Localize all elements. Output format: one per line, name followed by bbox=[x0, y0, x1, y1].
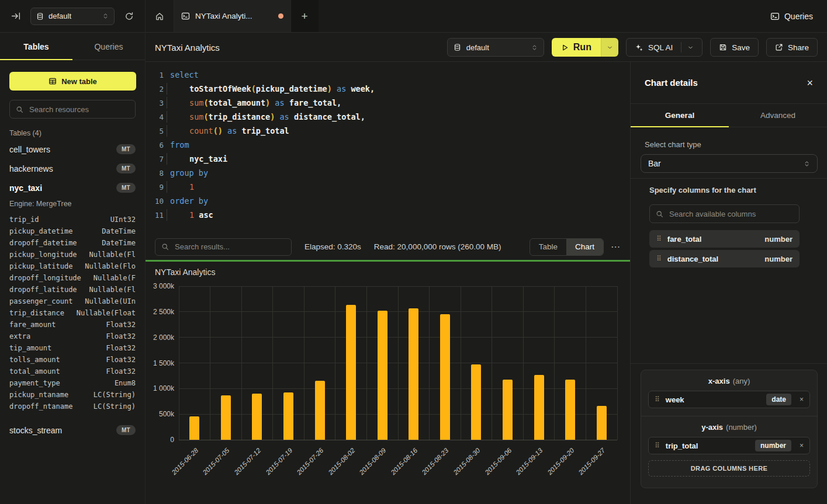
sidebar-tab-tables[interactable]: Tables bbox=[0, 33, 72, 60]
chart-type-select[interactable]: Bar bbox=[641, 154, 818, 173]
editor-line[interactable]: 1select bbox=[146, 68, 630, 82]
toggle-table[interactable]: Table bbox=[530, 239, 566, 255]
chart-bar[interactable] bbox=[283, 392, 293, 440]
chart-bar[interactable] bbox=[315, 381, 325, 440]
chart-bar[interactable] bbox=[221, 395, 231, 440]
x-axis-tick-label: 2015-09-06 bbox=[478, 447, 513, 481]
editor-line[interactable]: 91 bbox=[146, 180, 630, 194]
editor-line[interactable]: 2toStartOfWeek(pickup_datetime) as week, bbox=[146, 82, 630, 96]
available-column-row[interactable]: ⠿ distance_total number bbox=[649, 250, 800, 267]
close-icon[interactable]: × bbox=[807, 78, 813, 88]
sidebar: Tables Queries New table Tables (4) cell… bbox=[0, 33, 146, 504]
chart-bar[interactable] bbox=[378, 311, 387, 440]
x-axis-field-chip[interactable]: ⠿ week date × bbox=[648, 391, 810, 408]
line-number: 5 bbox=[146, 127, 164, 135]
columns-search-input[interactable] bbox=[668, 209, 793, 219]
sidebar-search[interactable] bbox=[9, 100, 136, 119]
run-button[interactable]: Run bbox=[552, 38, 601, 57]
column-name: dropoff_latitude bbox=[9, 286, 77, 294]
column-row[interactable]: pickup_ntaname LC(String) bbox=[9, 389, 136, 401]
drop-zone[interactable]: DRAG COLUMNS HERE bbox=[648, 460, 810, 477]
results-search[interactable] bbox=[155, 238, 292, 256]
queries-button[interactable]: Queries bbox=[770, 12, 813, 21]
chart-bar[interactable] bbox=[440, 314, 450, 440]
sql-ai-button[interactable]: SQL AI bbox=[626, 38, 703, 57]
column-row[interactable]: passenger_count Nullable(UIn bbox=[9, 296, 136, 307]
remove-field-icon[interactable]: × bbox=[800, 395, 804, 404]
tab-advanced[interactable]: Advanced bbox=[729, 104, 827, 127]
column-row[interactable]: total_amount Float32 bbox=[9, 366, 136, 377]
collapse-sidebar-icon[interactable] bbox=[8, 9, 23, 24]
editor-line[interactable]: 111 asc bbox=[146, 208, 630, 222]
editor-line[interactable]: 8group by bbox=[146, 166, 630, 180]
drag-handle-icon[interactable]: ⠿ bbox=[655, 396, 660, 403]
column-row[interactable]: trip_id UInt32 bbox=[9, 214, 136, 225]
columns-list: trip_id UInt32 pickup_datetime DateTime … bbox=[9, 214, 136, 412]
chevron-down-icon[interactable] bbox=[687, 44, 694, 51]
available-column-row[interactable]: ⠿ fare_total number bbox=[649, 230, 800, 248]
database-selector[interactable]: default bbox=[30, 8, 115, 25]
drag-handle-icon[interactable]: ⠿ bbox=[656, 255, 662, 262]
run-options-button[interactable] bbox=[601, 38, 618, 57]
column-row[interactable]: dropoff_ntaname LC(String) bbox=[9, 401, 136, 412]
y-axis-field-chip[interactable]: ⠿ trip_total number × bbox=[648, 437, 810, 454]
tab-general[interactable]: General bbox=[631, 104, 729, 127]
editor-line[interactable]: 7nyc_taxi bbox=[146, 152, 630, 166]
table-row[interactable]: hackernews MT bbox=[9, 159, 136, 178]
column-row[interactable]: trip_distance Nullable(Float bbox=[9, 307, 136, 319]
x-axis-hint: (any) bbox=[733, 377, 750, 385]
columns-search[interactable] bbox=[649, 204, 800, 223]
home-button[interactable] bbox=[146, 0, 174, 32]
table-row-nyc-taxi[interactable]: nyc_taxi MT bbox=[9, 178, 136, 197]
sidebar-search-input[interactable] bbox=[28, 105, 129, 114]
column-row[interactable]: pickup_latitude Nullable(Flo bbox=[9, 260, 136, 272]
share-button[interactable]: Share bbox=[766, 38, 818, 57]
remove-field-icon[interactable]: × bbox=[800, 442, 804, 450]
column-row[interactable]: tip_amount Float32 bbox=[9, 342, 136, 354]
line-number: 1 bbox=[146, 71, 164, 79]
refresh-icon[interactable] bbox=[122, 9, 137, 24]
chart-bar[interactable] bbox=[597, 406, 607, 440]
chart-bar[interactable] bbox=[503, 380, 513, 440]
toggle-chart[interactable]: Chart bbox=[566, 239, 603, 255]
run-database-selector[interactable]: default bbox=[447, 38, 544, 57]
editor-line[interactable]: 4sum(trip_distance) as distance_total, bbox=[146, 110, 630, 124]
editor-line[interactable]: 10order by bbox=[146, 194, 630, 208]
more-options-icon[interactable]: ⋯ bbox=[611, 241, 621, 252]
column-row[interactable]: pickup_datetime DateTime bbox=[9, 225, 136, 237]
new-table-button[interactable]: New table bbox=[9, 72, 136, 91]
table-name: cell_towers bbox=[9, 145, 116, 154]
column-row[interactable]: extra Float32 bbox=[9, 331, 136, 342]
results-search-input[interactable] bbox=[174, 242, 285, 252]
drag-handle-icon[interactable]: ⠿ bbox=[656, 235, 662, 242]
chart-bar[interactable] bbox=[252, 394, 262, 440]
sidebar-tab-queries[interactable]: Queries bbox=[72, 33, 145, 60]
editor-line[interactable]: 5count() as trip_total bbox=[146, 124, 630, 138]
new-tab-button[interactable]: + bbox=[291, 0, 318, 32]
drag-handle-icon[interactable]: ⠿ bbox=[655, 442, 660, 449]
engine-badge: MT bbox=[116, 425, 136, 435]
sql-editor[interactable]: 1select2toStartOfWeek(pickup_datetime) a… bbox=[146, 62, 630, 234]
column-row[interactable]: dropoff_datetime DateTime bbox=[9, 237, 136, 249]
editor-line[interactable]: 6from bbox=[146, 138, 630, 152]
share-label: Share bbox=[788, 43, 809, 52]
column-row[interactable]: dropoff_latitude Nullable(Fl bbox=[9, 284, 136, 296]
column-row[interactable]: pickup_longitude Nullable(Fl bbox=[9, 249, 136, 260]
column-row[interactable]: dropoff_longitude Nullable(F bbox=[9, 272, 136, 284]
chart-bar[interactable] bbox=[346, 305, 356, 440]
chart-bar[interactable] bbox=[471, 364, 481, 440]
tab-nytaxi-analytics[interactable]: NYTaxi Analyti... bbox=[174, 0, 291, 32]
column-row[interactable]: tolls_amount Float32 bbox=[9, 354, 136, 366]
editor-line[interactable]: 3sum(total_amount) as fare_total, bbox=[146, 96, 630, 110]
table-row[interactable]: stocks_stream MT bbox=[9, 420, 136, 440]
chart-bar[interactable] bbox=[534, 375, 544, 440]
table-row[interactable]: cell_towers MT bbox=[9, 140, 136, 159]
chart-bar[interactable] bbox=[409, 308, 418, 440]
engine-badge: MT bbox=[116, 164, 136, 173]
column-row[interactable]: fare_amount Float32 bbox=[9, 319, 136, 331]
column-row[interactable]: payment_type Enum8 bbox=[9, 377, 136, 389]
chart-bar[interactable] bbox=[189, 416, 199, 440]
chart-bar[interactable] bbox=[565, 380, 575, 440]
chevron-updown-icon bbox=[804, 160, 810, 168]
save-button[interactable]: Save bbox=[710, 38, 759, 57]
